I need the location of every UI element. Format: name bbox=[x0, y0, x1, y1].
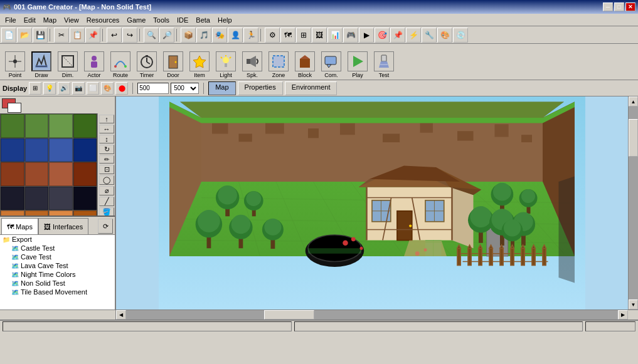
tool-pencil[interactable]: ✏ bbox=[99, 155, 114, 164]
maximize-button[interactable]: □ bbox=[614, 3, 624, 11]
tool-test[interactable]: Test bbox=[371, 51, 396, 78]
tab-properties[interactable]: Properties bbox=[238, 81, 283, 95]
palette-tile-4[interactable] bbox=[1, 138, 24, 162]
image-button[interactable]: 🖼 bbox=[312, 28, 327, 43]
palette-tile-14[interactable] bbox=[49, 187, 73, 211]
menu-resources[interactable]: Resources bbox=[83, 16, 124, 24]
settings-button[interactable]: ⚙ bbox=[265, 28, 280, 43]
palette-tile-3[interactable] bbox=[73, 114, 97, 138]
tool-route[interactable]: Route bbox=[108, 51, 133, 78]
scroll-up-btn[interactable]: ▲ bbox=[629, 96, 638, 107]
anim-button[interactable]: 🏃 bbox=[243, 28, 258, 43]
menu-edit[interactable]: Edit bbox=[20, 16, 40, 24]
menu-ide[interactable]: IDE bbox=[173, 16, 192, 24]
h-scroll-thumb[interactable] bbox=[264, 310, 314, 320]
disp-btn-sound[interactable]: 🔊 bbox=[58, 82, 70, 95]
background-swatch[interactable] bbox=[8, 103, 21, 113]
new-button[interactable]: 📄 bbox=[1, 28, 16, 43]
disp-btn-light[interactable]: 💡 bbox=[43, 82, 56, 95]
target-button[interactable]: 🎯 bbox=[375, 28, 390, 43]
play-button[interactable]: ▶ bbox=[359, 28, 374, 43]
tab-environment[interactable]: Environment bbox=[285, 81, 338, 95]
menu-file[interactable]: File bbox=[1, 16, 20, 24]
palette-tile-15[interactable] bbox=[73, 187, 97, 211]
tool-arrow-up[interactable]: ↑ bbox=[99, 115, 114, 123]
palette-tile-7[interactable] bbox=[73, 138, 97, 162]
lightning-button[interactable]: ⚡ bbox=[406, 28, 421, 43]
scroll-left-btn[interactable]: ◀ bbox=[116, 310, 126, 320]
palette-tile-2[interactable] bbox=[49, 114, 73, 138]
palette-tile-17[interactable] bbox=[25, 211, 49, 216]
cut-button[interactable]: ✂ bbox=[54, 28, 69, 43]
tool-dim[interactable]: Dim. bbox=[55, 51, 80, 78]
tool-select[interactable]: ⊡ bbox=[99, 165, 114, 174]
disp-btn-red[interactable]: ⬤ bbox=[115, 82, 128, 95]
tool-flip-h[interactable]: ↔ bbox=[99, 125, 114, 133]
left-tab-maps[interactable]: 🗺 Maps bbox=[1, 218, 38, 234]
tool-point[interactable]: Point bbox=[3, 51, 28, 78]
tool-light[interactable]: Light bbox=[213, 51, 238, 78]
tool-flip-v[interactable]: ↕ bbox=[99, 135, 114, 143]
character-button[interactable]: 🎭 bbox=[212, 28, 227, 43]
horizontal-scrollbar[interactable]: ◀ ▶ bbox=[0, 309, 638, 320]
palette-tile-11[interactable] bbox=[73, 162, 97, 186]
tab-map[interactable]: Map bbox=[208, 81, 235, 95]
scroll-track[interactable] bbox=[629, 107, 638, 299]
undo-button[interactable]: ↩ bbox=[107, 28, 122, 43]
tool-item[interactable]: Item bbox=[187, 51, 212, 78]
menu-game[interactable]: Game bbox=[123, 16, 149, 24]
zoom-input[interactable] bbox=[137, 83, 169, 94]
sound-button[interactable]: 🎵 bbox=[196, 28, 211, 43]
tool-play[interactable]: Play bbox=[345, 51, 370, 78]
tree-item-tile-based-movement[interactable]: 🗺️Tile Based Movement bbox=[0, 288, 115, 296]
menu-tools[interactable]: Tools bbox=[149, 16, 173, 24]
palette-tile-1[interactable] bbox=[25, 114, 49, 138]
pin-button[interactable]: 📌 bbox=[390, 28, 405, 43]
palette-tile-13[interactable] bbox=[25, 187, 49, 211]
tree-item-export[interactable]: 📁Export bbox=[0, 235, 115, 244]
tree-item-lava-cave-test[interactable]: 🗺️Lava Cave Test bbox=[0, 261, 115, 270]
tool-circle-sel[interactable]: ◯ bbox=[99, 175, 114, 185]
map-button[interactable]: 🗺 bbox=[280, 28, 295, 43]
menu-map[interactable]: Map bbox=[40, 16, 60, 24]
palette-tile-18[interactable] bbox=[49, 211, 73, 216]
palette-tile-8[interactable] bbox=[1, 162, 24, 186]
tool-zone[interactable]: Zone bbox=[266, 51, 291, 78]
palette-tile-5[interactable] bbox=[25, 138, 49, 162]
tree-refresh-btn[interactable]: ⟳ bbox=[98, 219, 113, 234]
palette-button[interactable]: 🎨 bbox=[437, 28, 452, 43]
palette-tile-16[interactable] bbox=[1, 211, 24, 216]
palette-tile-0[interactable] bbox=[1, 114, 24, 138]
palette-tile-12[interactable] bbox=[1, 187, 24, 211]
disk-button[interactable]: 💿 bbox=[453, 28, 468, 43]
tree-item-non-solid-test[interactable]: 🗺️Non Solid Test bbox=[0, 279, 115, 288]
vertical-scrollbar[interactable]: ▲ ▼ bbox=[628, 96, 638, 309]
zoom-out-button[interactable]: 🔎 bbox=[159, 28, 174, 43]
tree-item-cave-test[interactable]: 🗺️Cave Test bbox=[0, 252, 115, 261]
disp-btn-grid[interactable]: ⊞ bbox=[29, 82, 41, 95]
menu-beta[interactable]: Beta bbox=[192, 16, 214, 24]
grid-button[interactable]: ⊞ bbox=[296, 28, 311, 43]
disp-btn-white[interactable]: ⬜ bbox=[87, 82, 99, 95]
redo-button[interactable]: ↪ bbox=[122, 28, 137, 43]
scroll-down-btn[interactable]: ▼ bbox=[629, 299, 638, 309]
resources-button[interactable]: 📦 bbox=[181, 28, 196, 43]
tree-item-night-time-colors[interactable]: 🗺️Night Time Colors bbox=[0, 270, 115, 279]
zoom-select[interactable]: 500 400 300 200 100 bbox=[171, 83, 199, 94]
actor-button[interactable]: 👤 bbox=[228, 28, 243, 43]
minimize-button[interactable]: ─ bbox=[603, 3, 613, 11]
tool-timer[interactable]: Timer bbox=[134, 51, 159, 78]
palette-tile-19[interactable] bbox=[73, 211, 97, 216]
game-button[interactable]: 🎮 bbox=[343, 28, 358, 43]
close-button[interactable]: ✕ bbox=[625, 3, 635, 11]
tool-draw[interactable]: Draw bbox=[29, 51, 54, 78]
scroll-right-btn[interactable]: ▶ bbox=[618, 310, 628, 320]
copy-button[interactable]: 📋 bbox=[70, 28, 85, 43]
chart-button[interactable]: 📊 bbox=[327, 28, 343, 43]
palette-tile-9[interactable] bbox=[25, 162, 49, 186]
tool-actor[interactable]: Actor bbox=[82, 51, 107, 78]
open-button[interactable]: 📂 bbox=[17, 28, 32, 43]
zoom-in-button[interactable]: 🔍 bbox=[144, 28, 159, 43]
tool-block[interactable]: Block bbox=[292, 51, 317, 78]
h-scroll-track[interactable] bbox=[126, 310, 618, 320]
